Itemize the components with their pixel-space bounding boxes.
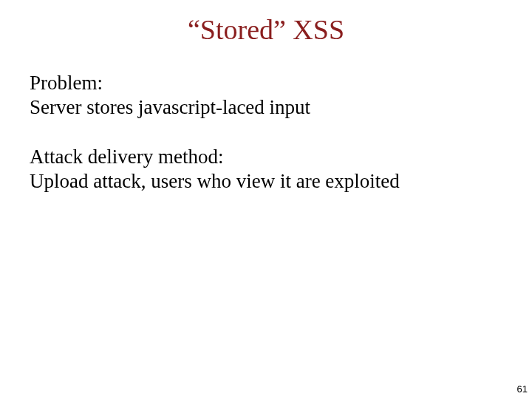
body-line: Attack delivery method: xyxy=(30,145,510,169)
slide: “Stored” XSS Problem: Server stores java… xyxy=(0,0,532,399)
body-line: Server stores javascript-laced input xyxy=(30,95,510,120)
slide-body: Problem: Server stores javascript-laced … xyxy=(30,71,510,219)
body-block-2: Attack delivery method: Upload attack, u… xyxy=(30,145,510,194)
body-line: Upload attack, users who view it are exp… xyxy=(30,169,510,194)
page-number: 61 xyxy=(517,383,528,395)
body-block-1: Problem: Server stores javascript-laced … xyxy=(30,71,510,120)
body-line: Problem: xyxy=(30,71,510,95)
slide-title: “Stored” XSS xyxy=(0,13,532,46)
